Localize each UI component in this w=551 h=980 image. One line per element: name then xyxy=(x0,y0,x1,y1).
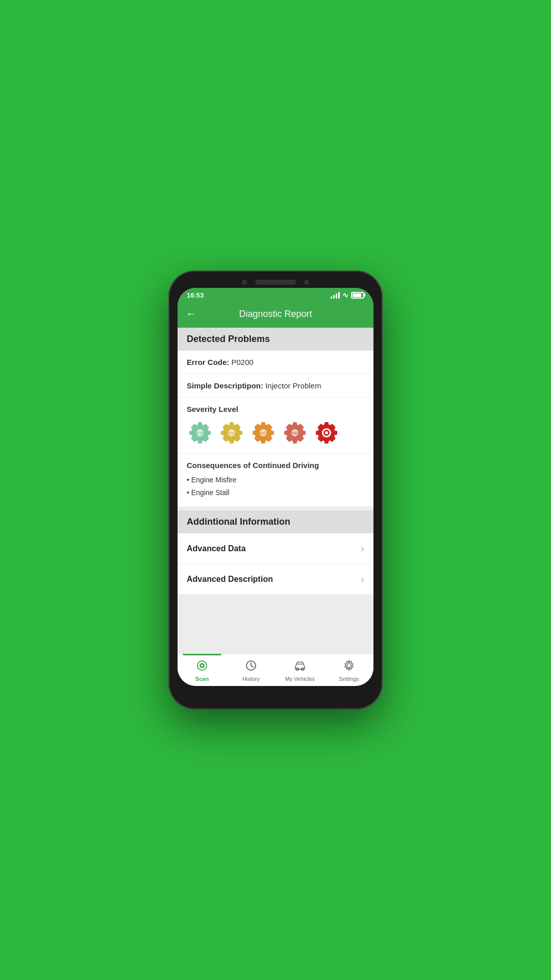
additional-info-card: Advanced Data › Advanced Description › xyxy=(178,533,373,595)
simple-desc-row: Simple Descriptipon: Injector Problem xyxy=(178,374,373,398)
tab-history-label: History xyxy=(242,676,260,682)
scan-icon xyxy=(195,659,209,674)
error-code-row: Error Code: P0200 xyxy=(178,351,373,374)
history-icon xyxy=(244,659,258,674)
advanced-description-arrow: › xyxy=(361,573,364,585)
severity-icon-5 xyxy=(313,420,340,446)
detected-problems-header: Detected Problems xyxy=(178,328,373,351)
svg-text:YO: YO xyxy=(291,431,298,436)
error-code-value: P0200 xyxy=(232,358,254,366)
wifi-icon: ∿ xyxy=(342,291,348,299)
status-icons: ∿ xyxy=(331,291,364,299)
status-bar: 16:53 ∿ xyxy=(178,288,373,302)
vehicles-icon xyxy=(293,659,307,674)
svg-text:YO: YO xyxy=(228,431,235,436)
status-time: 16:53 xyxy=(187,291,204,299)
advanced-description-row[interactable]: Advanced Description › xyxy=(178,564,373,595)
settings-icon xyxy=(342,659,356,674)
tab-my-vehicles[interactable]: My Vehicles xyxy=(276,654,324,686)
app-header: ← Diagnostic Report xyxy=(178,302,373,328)
additional-info-title: Addintional Information xyxy=(187,517,290,527)
tab-my-vehicles-label: My Vehicles xyxy=(285,676,315,682)
consequence-1: • Engine Misfire xyxy=(187,474,364,486)
phone-frame: 16:53 ∿ ← Diagnostic Report xyxy=(168,271,383,709)
consequence-2: • Engine Stall xyxy=(187,486,364,499)
severity-row: Severity Level YO xyxy=(178,398,373,454)
severity-icon-4: YO xyxy=(282,420,308,446)
advanced-description-label: Advanced Description xyxy=(187,575,273,584)
severity-icon-1: YO xyxy=(187,420,213,446)
tab-settings[interactable]: Settings xyxy=(324,654,373,686)
additional-info-header: Addintional Information xyxy=(178,510,373,533)
back-button[interactable]: ← xyxy=(186,307,197,321)
severity-icons: YO YO xyxy=(187,420,364,446)
svg-text:YO: YO xyxy=(260,431,266,436)
consequences-title: Consequences of Continued Driving xyxy=(187,461,364,470)
content-area: Detected Problems Error Code: P0200 Simp… xyxy=(178,328,373,653)
sensor xyxy=(304,280,309,285)
phone-speaker xyxy=(255,280,296,285)
svg-point-17 xyxy=(347,664,351,668)
svg-point-10 xyxy=(325,431,328,434)
advanced-data-arrow: › xyxy=(361,543,364,554)
simple-desc-label: Simple Descriptipon: xyxy=(187,381,263,390)
battery-icon xyxy=(351,292,364,299)
additional-info-section: Addintional Information Advanced Data › … xyxy=(178,510,373,595)
advanced-data-row[interactable]: Advanced Data › xyxy=(178,533,373,564)
bottom-nav: Scan History xyxy=(178,653,373,686)
advanced-data-label: Advanced Data xyxy=(187,544,246,553)
simple-desc-value: Injector Problem xyxy=(265,381,321,390)
tab-history[interactable]: History xyxy=(227,654,276,686)
front-camera xyxy=(242,280,247,285)
consequences-row: Consequences of Continued Driving • Engi… xyxy=(178,454,373,506)
error-code-label: Error Code: xyxy=(187,358,229,366)
tab-settings-label: Settings xyxy=(339,676,359,682)
severity-icon-2: YO xyxy=(218,420,245,446)
severity-icon-3: YO xyxy=(250,420,277,446)
svg-point-13 xyxy=(201,665,203,667)
detected-problems-title: Detected Problems xyxy=(187,334,270,344)
phone-notch xyxy=(178,280,373,285)
phone-screen: 16:53 ∿ ← Diagnostic Report xyxy=(178,288,373,686)
severity-label: Severity Level xyxy=(187,405,364,413)
signal-icon xyxy=(331,291,340,299)
svg-text:YO: YO xyxy=(196,431,203,436)
tab-scan-label: Scan xyxy=(195,676,209,682)
problems-card: Error Code: P0200 Simple Descriptipon: I… xyxy=(178,351,373,506)
tab-scan[interactable]: Scan xyxy=(178,654,227,686)
page-title: Diagnostic Report xyxy=(203,309,348,320)
